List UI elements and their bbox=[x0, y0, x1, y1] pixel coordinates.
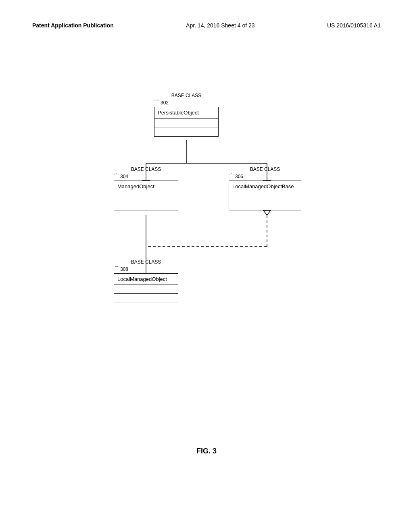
node-308-row1 bbox=[114, 285, 178, 294]
node-306-row2 bbox=[229, 201, 301, 210]
node-304-row1 bbox=[114, 192, 178, 201]
node-306-name: LocalManagedObjectBase bbox=[229, 181, 301, 192]
node-302-box: PersistableObject bbox=[154, 107, 219, 137]
node-304-box: ManagedObject bbox=[114, 181, 178, 210]
node-304: BASE CLASS ⌒ 304 ManagedObject bbox=[114, 166, 178, 210]
node-302-row2 bbox=[154, 127, 218, 136]
node-308-row2 bbox=[114, 294, 178, 303]
node-302-base-label: BASE CLASS bbox=[154, 93, 219, 98]
node-308-name: LocalManagedObject bbox=[114, 274, 178, 285]
node-306-row1 bbox=[229, 192, 301, 201]
header-left: Patent Application Publication bbox=[32, 22, 114, 29]
node-304-row2 bbox=[114, 201, 178, 210]
page: Patent Application Publication Apr. 14, … bbox=[0, 0, 413, 532]
node-304-arc: ⌒ bbox=[114, 173, 119, 180]
header: Patent Application Publication Apr. 14, … bbox=[0, 22, 413, 29]
node-302-arc: ⌒ bbox=[154, 99, 160, 106]
node-304-base-label: BASE CLASS bbox=[114, 166, 178, 172]
node-308-box: LocalManagedObject bbox=[114, 273, 178, 303]
node-306-base-label: BASE CLASS bbox=[229, 166, 301, 172]
node-304-name: ManagedObject bbox=[114, 181, 178, 192]
node-308-ref: 308 bbox=[120, 266, 128, 272]
svg-marker-21 bbox=[263, 210, 271, 215]
node-308-base-label: BASE CLASS bbox=[114, 259, 178, 265]
node-302-ref: 302 bbox=[161, 100, 169, 106]
node-302-row1 bbox=[154, 118, 218, 127]
node-302-name: PersistableObject bbox=[154, 107, 218, 118]
header-right: US 2016/0105316 A1 bbox=[327, 22, 381, 29]
node-308: BASE CLASS ⌒ 308 LocalManagedObject bbox=[114, 259, 178, 303]
node-302: BASE CLASS ⌒ 302 PersistableObject bbox=[154, 93, 219, 137]
node-306-ref: 306 bbox=[235, 174, 243, 179]
figure-label: FIG. 3 bbox=[196, 447, 217, 455]
node-304-ref: 304 bbox=[120, 174, 128, 179]
node-306: BASE CLASS ⌒ 306 LocalManagedObjectBase bbox=[229, 166, 301, 210]
node-308-arc: ⌒ bbox=[114, 266, 119, 273]
header-center: Apr. 14, 2016 Sheet 4 of 23 bbox=[186, 22, 254, 29]
node-306-arc: ⌒ bbox=[229, 173, 234, 180]
node-306-box: LocalManagedObjectBase bbox=[229, 181, 301, 210]
